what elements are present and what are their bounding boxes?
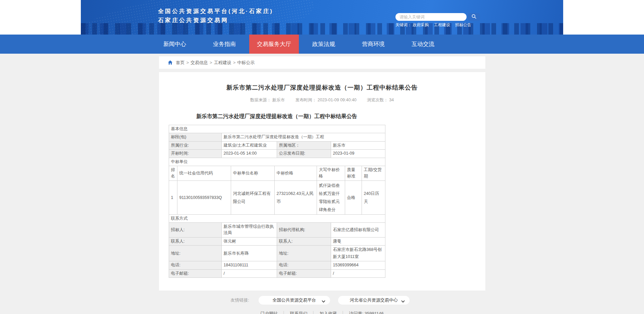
keyword-link-gov-procurement[interactable]: 政府采购 xyxy=(413,22,429,27)
col-header-price-caps: 大写中标价格 xyxy=(317,166,345,180)
keyword-link-engineering[interactable]: 工程建设 xyxy=(434,22,450,27)
col-header-credit-code: 统一社会信用代码 xyxy=(177,166,231,180)
table-value-cell: / xyxy=(221,269,277,277)
breadcrumb: 首页>交易信息>工程建设>中标公示 xyxy=(176,60,255,66)
home-icon xyxy=(168,60,173,65)
breadcrumb-trade-info[interactable]: 交易信息 xyxy=(191,60,208,65)
document-body: 新乐市第二污水处理厂深度处理提标改造（一期）工程中标结果公告 基本信息 标段(包… xyxy=(169,113,385,278)
winner-table: 中标单位 排名 统一社会信用代码 中标单位名称 中标价格 大写中标价格 质量标准… xyxy=(169,158,385,215)
table-label-cell: 所属行业: xyxy=(169,141,221,149)
cell-price: 27321062.43元人民币 xyxy=(274,180,317,214)
breadcrumb-separator: > xyxy=(210,60,212,65)
breadcrumb-bar: 首页>交易信息>工程建设>中标公示 xyxy=(159,56,485,69)
site-title-line2: 石家庄公共资源交易网 xyxy=(158,16,273,25)
nav-item-news[interactable]: 新闻中心 xyxy=(150,35,200,54)
footer-link-contact[interactable]: 联系我们 xyxy=(290,311,307,314)
chevron-down-icon xyxy=(322,299,325,304)
keyword-link-tender-notice[interactable]: 招标公告 xyxy=(455,22,471,27)
table-label-cell: 所属地区： xyxy=(277,141,331,149)
breadcrumb-award-notice[interactable]: 中标公示 xyxy=(237,60,255,65)
search-input[interactable] xyxy=(395,13,467,21)
friend-links-row: 友情链接: 全国公共资源交易平台 河北省公共资源交易中心 xyxy=(0,296,644,305)
page-footer: 友情链接: 全国公共资源交易平台 河北省公共资源交易中心 门户网站 │ 联系我们… xyxy=(0,296,644,314)
col-header-rank: 排名 xyxy=(169,166,177,180)
nav-item-trading-hall[interactable]: 交易服务大厅 xyxy=(249,35,299,54)
table-value-cell: 石家庄亿通招标有限公司 xyxy=(331,223,385,238)
breadcrumb-home[interactable]: 首页 xyxy=(176,60,185,65)
table-value-cell: 18431108111 xyxy=(221,261,277,269)
footer-divider: │ xyxy=(342,311,344,314)
table-label-cell: 联系人: xyxy=(277,237,331,245)
table-label-cell: 开标时间: xyxy=(169,150,221,158)
table-value-cell: 新乐市长寿路 xyxy=(221,246,277,261)
cell-duration: 240日历天 xyxy=(362,180,385,214)
footer-visit-count: 访问量: 35991146 xyxy=(349,311,384,314)
table-value-cell: 新乐市 xyxy=(331,141,385,149)
site-banner: 全国公共资源交易平台(河北·石家庄) 石家庄公共资源交易网 关键词： 政府采购 xyxy=(81,0,563,35)
table-label-cell: 电子邮箱: xyxy=(277,269,331,277)
article-title: 新乐市第二污水处理厂深度处理提标改造（一期）工程中标结果公告 xyxy=(159,84,485,92)
table-label-cell: 电子邮箱: xyxy=(169,269,221,277)
contact-table: 联系方式 招标人: 新乐市城市管理综合行政执法局 招标代理机构: 石家庄亿通招标… xyxy=(169,214,385,278)
cell-company: 河北诚乾环保工程有限公司 xyxy=(231,180,274,214)
table-value-cell: 建筑业/土木工程建筑业 xyxy=(221,141,277,149)
footer-divider: │ xyxy=(312,311,315,314)
table-value-cell: 新乐市城市管理综合行政执法局 xyxy=(221,223,277,238)
table-label-cell: 地址: xyxy=(169,246,221,261)
table-value-cell: / xyxy=(331,269,385,277)
table-label-cell: 联系人: xyxy=(169,237,221,245)
footer-link-favorite[interactable]: 加入收藏 xyxy=(320,311,337,314)
winner-row: 1 91130100593597833Q 河北诚乾环保工程有限公司 273210… xyxy=(169,180,385,214)
col-header-duration: 工期/交货期 xyxy=(362,166,385,180)
site-title: 全国公共资源交易平台(河北·石家庄) 石家庄公共资源交易网 xyxy=(158,7,273,25)
table-value-cell: 张元树 xyxy=(221,237,277,245)
article-meta: 数据来源： 新乐市 发布时间： 2023-01-09 09:40:40 浏览次数… xyxy=(159,97,485,103)
table-label-cell: 招标代理机构: xyxy=(277,223,331,238)
friend-link-select-hebei-value: 河北省公共资源交易中心 xyxy=(350,297,398,303)
basic-info-table: 基本信息 标段(包) 新乐市第二污水处理厂深度处理提标改造（一期）工程 所属行业… xyxy=(169,125,385,158)
breadcrumb-separator: > xyxy=(186,60,189,65)
main-navbar: 新闻中心 业务指南 交易服务大厅 政策法规 营商环境 互动交流 xyxy=(0,35,644,54)
table-label-cell: 公示发布日期: xyxy=(277,150,331,158)
search-button[interactable] xyxy=(468,13,480,21)
nav-item-interaction[interactable]: 互动交流 xyxy=(398,35,448,54)
table-section-winner: 中标单位 xyxy=(169,158,385,166)
col-header-price: 中标价格 xyxy=(274,166,317,180)
nav-item-guide[interactable]: 业务指南 xyxy=(200,35,249,54)
meta-source: 数据来源： 新乐市 xyxy=(250,98,285,102)
nav-item-business-env[interactable]: 营商环境 xyxy=(348,35,398,54)
table-label-cell: 电话: xyxy=(169,261,221,269)
nav-item-policy[interactable]: 政策法规 xyxy=(299,35,348,54)
footer-link-portal[interactable]: 门户网站 xyxy=(260,311,278,314)
table-value-cell: 2023-01-09 xyxy=(331,150,385,158)
friend-link-select-national-value: 全国公共资源交易平台 xyxy=(272,297,316,303)
cell-price-caps: 贰仟柒佰叁拾贰万壹仟零陆拾贰元肆角叁分 xyxy=(317,180,345,214)
meta-view-count: 浏览次数： 34 xyxy=(367,98,394,102)
friend-link-select-national[interactable]: 全国公共资源交易平台 xyxy=(259,296,330,305)
nav-list: 新闻中心 业务指南 交易服务大厅 政策法规 营商环境 互动交流 xyxy=(81,35,563,54)
table-value-cell: 2023-01-05 14:00 xyxy=(221,150,277,158)
table-value-cell: 新乐市第二污水处理厂深度处理提标改造（一期）工程 xyxy=(221,133,385,141)
table-section-contact: 联系方式 xyxy=(169,214,385,222)
hot-keywords-label: 关键词： xyxy=(395,22,412,27)
meta-publish-time: 发布时间： 2023-01-09 09:40:40 xyxy=(296,98,357,102)
table-label-cell: 标段(包) xyxy=(169,133,221,141)
breadcrumb-separator: > xyxy=(233,60,236,65)
breadcrumb-engineering[interactable]: 工程建设 xyxy=(214,60,231,65)
cell-quality: 合格 xyxy=(345,180,362,214)
footer-divider: │ xyxy=(282,311,285,314)
footer-nav: 门户网站 │ 联系我们 │ 加入收藏 │ 访问量: 35991146 xyxy=(0,311,644,314)
content-card: 新乐市第二污水处理厂深度处理提标改造（一期）工程中标结果公告 数据来源： 新乐市… xyxy=(159,72,485,291)
table-label-cell: 电话: xyxy=(277,261,331,269)
table-label-cell: 地址: xyxy=(277,246,331,261)
friend-link-select-hebei[interactable]: 河北省公共资源交易中心 xyxy=(338,296,410,305)
top-area: 全国公共资源交易平台(河北·石家庄) 石家庄公共资源交易网 关键词： 政府采购 xyxy=(0,0,644,35)
search-icon xyxy=(471,14,477,20)
table-value-cell: 石家庄市新石北路368号创新大厦1011室 xyxy=(331,246,385,261)
hot-keywords: 关键词： 政府采购 工程建设 招标公告 xyxy=(395,22,475,28)
cell-rank: 1 xyxy=(169,180,177,214)
table-label-cell: 招标人: xyxy=(169,223,221,238)
chevron-down-icon xyxy=(401,299,405,304)
table-section-basic: 基本信息 xyxy=(169,125,385,133)
table-value-cell: 15369399664 xyxy=(331,261,385,269)
